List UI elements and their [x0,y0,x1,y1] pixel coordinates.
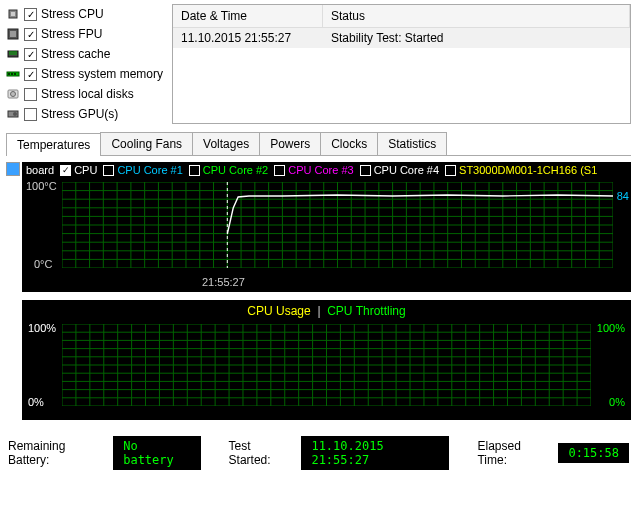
stress-option-label: Stress cache [41,47,110,61]
tab-statistics[interactable]: Statistics [377,132,447,155]
log-header-status[interactable]: Status [323,5,630,27]
series-color-swatch[interactable] [6,162,20,176]
log-cell-status: Stability Test: Started [323,28,630,48]
legend-label: ST3000DM001-1CH166 (S1 [459,164,597,176]
legend-checkbox[interactable] [445,165,456,176]
stress-checkbox[interactable] [24,108,37,121]
status-bar: Remaining Battery: No battery Test Start… [0,426,637,480]
legend-item[interactable]: ✓CPU [60,164,97,176]
tab-cooling-fans[interactable]: Cooling Fans [100,132,193,155]
cpu-usage-label: CPU Usage [247,304,310,318]
stress-checkbox[interactable]: ✓ [24,28,37,41]
event-timestamp: 21:55:27 [202,276,245,288]
log-header-datetime[interactable]: Date & Time [173,5,323,27]
cache-icon [6,47,20,61]
legend-checkbox[interactable]: ✓ [60,165,71,176]
tab-clocks[interactable]: Clocks [320,132,378,155]
legend-label: CPU [74,164,97,176]
stress-option-label: Stress GPU(s) [41,107,118,121]
fpu-icon [6,27,20,41]
cpu-usage-graph: CPU Usage | CPU Throttling 100% 0% 100% … [22,300,631,420]
gpu-icon [6,107,20,121]
stress-option-label: Stress FPU [41,27,102,41]
legend-leading: board [26,164,54,176]
right-axis-min: 0% [609,396,625,408]
stress-checkbox[interactable]: ✓ [24,8,37,21]
tab-voltages[interactable]: Voltages [192,132,260,155]
elapsed-label: Elapsed Time: [477,439,548,467]
y-axis-max: 100°C [26,180,57,192]
stress-checkbox[interactable] [24,88,37,101]
started-label: Test Started: [229,439,292,467]
svg-rect-3 [10,31,16,37]
svg-rect-10 [14,73,16,75]
started-value: 11.10.2015 21:55:27 [301,436,449,470]
current-temp-value: 84 [617,190,629,202]
tab-temperatures[interactable]: Temperatures [6,133,101,156]
svg-rect-1 [11,12,15,16]
stress-option-label: Stress local disks [41,87,134,101]
legend-item[interactable]: ST3000DM001-1CH166 (S1 [445,164,597,176]
left-axis-min: 0% [28,396,44,408]
cpu-icon [6,7,20,21]
right-axis-max: 100% [597,322,625,334]
legend-checkbox[interactable] [274,165,285,176]
legend-checkbox[interactable] [103,165,114,176]
legend-item[interactable]: CPU Core #1 [103,164,182,176]
event-log: Date & Time Status 11.10.2015 21:55:27St… [172,4,631,124]
svg-rect-8 [8,73,10,75]
log-row[interactable]: 11.10.2015 21:55:27Stability Test: Start… [173,28,630,48]
tab-bar: TemperaturesCooling FansVoltagesPowersCl… [6,132,631,156]
stress-option-label: Stress CPU [41,7,104,21]
legend-item[interactable]: CPU Core #3 [274,164,353,176]
legend-checkbox[interactable] [360,165,371,176]
legend-label: CPU Core #2 [203,164,268,176]
temperature-graph: board✓CPUCPU Core #1CPU Core #2CPU Core … [22,162,631,292]
stress-checkbox[interactable]: ✓ [24,68,37,81]
legend-item[interactable]: CPU Core #2 [189,164,268,176]
svg-point-12 [11,92,16,97]
legend-label: CPU Core #3 [288,164,353,176]
disk-icon [6,87,20,101]
usage-chart-svg [62,324,591,406]
battery-label: Remaining Battery: [8,439,103,467]
tab-powers[interactable]: Powers [259,132,321,155]
cpu-throttling-label: CPU Throttling [327,304,405,318]
svg-rect-9 [11,73,13,75]
elapsed-value: 0:15:58 [558,443,629,463]
log-cell-dt: 11.10.2015 21:55:27 [173,28,323,48]
ram-icon [6,67,20,81]
legend-checkbox[interactable] [189,165,200,176]
legend-label: CPU Core #1 [117,164,182,176]
temp-chart-svg [62,182,613,268]
y-axis-min: 0°C [34,258,52,270]
left-axis-max: 100% [28,322,56,334]
stress-option-label: Stress system memory [41,67,163,81]
legend-item[interactable]: CPU Core #4 [360,164,439,176]
stress-checkbox[interactable]: ✓ [24,48,37,61]
svg-point-14 [13,112,17,116]
battery-value: No battery [113,436,200,470]
legend-label: CPU Core #4 [374,164,439,176]
